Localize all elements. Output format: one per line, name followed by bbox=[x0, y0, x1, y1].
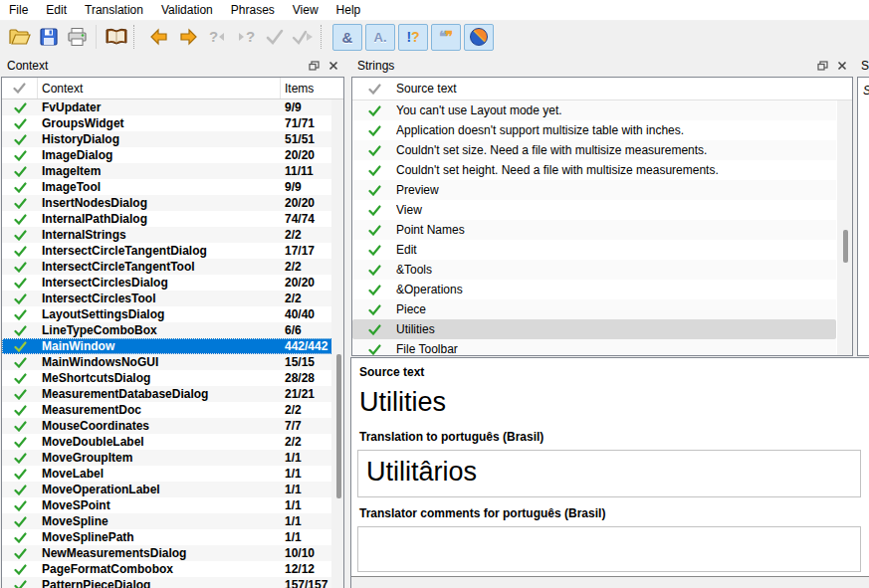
context-items-count: 71/71 bbox=[281, 115, 332, 131]
prev-button[interactable] bbox=[145, 24, 172, 51]
context-row[interactable]: ImageDialog 20/20 bbox=[2, 147, 332, 163]
toggle-guesses-button[interactable] bbox=[464, 24, 494, 51]
context-row[interactable]: LineTypeComboBox 6/6 bbox=[2, 322, 332, 338]
context-row[interactable]: MoveSPoint 1/1 bbox=[2, 497, 332, 513]
context-row[interactable]: IntersectCircleTangentTool 2/2 bbox=[2, 259, 332, 275]
done-and-next-button[interactable] bbox=[290, 24, 317, 51]
translator-comments-input[interactable] bbox=[357, 526, 861, 572]
question-icon: ? bbox=[411, 29, 420, 45]
context-row[interactable]: PatternPieceDialog 157/157 bbox=[2, 577, 332, 588]
context-row[interactable]: MoveOperationLabel 1/1 bbox=[2, 482, 332, 497]
strings-scrollbar-thumb[interactable] bbox=[843, 230, 848, 263]
next-unfinished-button[interactable]: ? bbox=[232, 24, 259, 51]
context-row[interactable]: MoveDoubleLabel 2/2 bbox=[2, 434, 332, 450]
printer-icon bbox=[67, 27, 88, 47]
string-row[interactable]: &Operations bbox=[352, 280, 836, 299]
menu-item[interactable]: Validation bbox=[152, 0, 222, 21]
context-row[interactable]: NewMeasurementsDialog 10/10 bbox=[2, 545, 332, 561]
string-row[interactable]: You can't use Layout mode yet. bbox=[352, 100, 836, 120]
items-column-header[interactable]: Items bbox=[281, 78, 343, 98]
next-button[interactable] bbox=[174, 24, 201, 51]
string-row[interactable]: Edit bbox=[352, 240, 836, 260]
save-button[interactable] bbox=[35, 24, 62, 51]
menu-item[interactable]: Help bbox=[327, 0, 370, 21]
string-row[interactable]: Preview bbox=[352, 180, 836, 200]
done-check-icon bbox=[2, 532, 38, 543]
string-row[interactable]: File Toolbar bbox=[352, 339, 836, 356]
context-row[interactable]: MoveGroupItem 1/1 bbox=[2, 450, 332, 466]
menu-item[interactable]: View bbox=[284, 0, 327, 21]
close-icon[interactable] bbox=[326, 59, 341, 73]
context-row[interactable]: FvUpdater 9/9 bbox=[2, 99, 332, 115]
context-row[interactable]: InternalPathDialog 74/74 bbox=[2, 211, 332, 227]
context-row[interactable]: GroupsWidget 71/71 bbox=[2, 115, 332, 131]
prev-unfinished-button[interactable]: ? bbox=[203, 24, 230, 51]
float-icon[interactable] bbox=[814, 59, 830, 73]
source-text-label: Source text bbox=[351, 358, 869, 379]
context-items-count: 20/20 bbox=[281, 275, 332, 291]
done-check-icon bbox=[2, 325, 38, 336]
done-column-header[interactable] bbox=[2, 78, 38, 98]
done-column-header[interactable] bbox=[352, 78, 396, 99]
string-row[interactable]: View bbox=[352, 200, 836, 220]
toggle-phrase-matches-button[interactable]: !? bbox=[398, 24, 428, 51]
string-row[interactable]: Point Names bbox=[352, 220, 836, 240]
string-row[interactable]: Application doesn't support multisize ta… bbox=[352, 120, 836, 140]
float-icon[interactable] bbox=[306, 59, 322, 73]
menu-item[interactable]: Translation bbox=[76, 0, 152, 21]
string-row[interactable]: Couldn't set height. Need a file with mu… bbox=[352, 160, 836, 180]
context-row[interactable]: InsertNodesDialog 20/20 bbox=[2, 195, 332, 211]
menu-item[interactable]: Phrases bbox=[222, 0, 284, 21]
context-items-count: 1/1 bbox=[281, 497, 332, 513]
string-row[interactable]: Couldn't set size. Need a file with mult… bbox=[352, 140, 836, 160]
context-row[interactable]: MoveSpline 1/1 bbox=[2, 513, 332, 529]
context-row[interactable]: IntersectCirclesDialog 20/20 bbox=[2, 275, 332, 291]
done-check-icon bbox=[352, 245, 396, 256]
context-row[interactable]: ImageTool 9/9 bbox=[2, 179, 332, 195]
done-check-icon bbox=[2, 421, 38, 432]
toggle-ending-punctuation-button[interactable]: A. bbox=[365, 24, 395, 51]
strings-dock-titlebar: Strings bbox=[350, 55, 854, 76]
context-row[interactable]: ImageItem 11/11 bbox=[2, 163, 332, 179]
open-phrasebook-button[interactable] bbox=[103, 24, 129, 51]
context-row[interactable]: IntersectCircleTangentDialog 17/17 bbox=[2, 243, 332, 259]
context-row[interactable]: MoveSplinePath 1/1 bbox=[2, 529, 332, 545]
context-scrollbar[interactable] bbox=[331, 99, 344, 588]
context-row[interactable]: MeasurementDatabaseDialog 21/21 bbox=[2, 386, 332, 402]
context-row[interactable]: MoveLabel 1/1 bbox=[2, 466, 332, 482]
close-icon[interactable] bbox=[834, 59, 850, 73]
arrow-left-icon bbox=[149, 27, 169, 47]
strings-scrollbar[interactable] bbox=[837, 100, 853, 356]
context-row[interactable]: HistoryDialog 51/51 bbox=[2, 131, 332, 147]
context-row[interactable]: MouseCoordinates 7/7 bbox=[2, 418, 332, 434]
context-row[interactable]: MeShortcutsDialog 28/28 bbox=[2, 370, 332, 386]
context-row[interactable]: LayoutSettingsDialog 40/40 bbox=[2, 306, 332, 322]
context-row[interactable]: MainWindowsNoGUI 15/15 bbox=[2, 354, 332, 370]
context-items-count: 1/1 bbox=[281, 482, 332, 497]
open-file-button[interactable] bbox=[6, 24, 33, 51]
context-row[interactable]: MeasurementDoc 2/2 bbox=[2, 402, 332, 418]
translation-input[interactable]: Utilitârios bbox=[357, 450, 861, 497]
done-check-icon bbox=[2, 134, 38, 145]
translator-comments-label: Translator comments for português (Brasi… bbox=[351, 497, 869, 520]
string-row[interactable]: Piece bbox=[352, 299, 836, 319]
toggle-accelerators-button[interactable]: & bbox=[332, 24, 362, 51]
source-text-column-header[interactable]: Source text bbox=[396, 78, 852, 99]
context-row[interactable]: PageFormatCombobox 12/12 bbox=[2, 561, 332, 577]
context-row[interactable]: InternalStrings 2/2 bbox=[2, 227, 332, 243]
menu-item[interactable]: Edit bbox=[37, 0, 76, 21]
context-scrollbar-thumb[interactable] bbox=[336, 354, 341, 498]
context-row[interactable]: IntersectCirclesTool 2/2 bbox=[2, 291, 332, 306]
done-button[interactable] bbox=[261, 24, 288, 51]
done-check-icon bbox=[2, 309, 38, 320]
source-string: File Toolbar bbox=[396, 339, 836, 356]
toggle-place-markers-button[interactable]: ❝❞ bbox=[431, 24, 461, 51]
string-row[interactable]: &Tools bbox=[352, 260, 836, 280]
menu-item[interactable]: File bbox=[0, 0, 37, 21]
done-check-icon bbox=[2, 516, 38, 527]
context-items-count: 9/9 bbox=[281, 99, 332, 115]
string-row[interactable]: Utilities bbox=[352, 319, 836, 339]
context-column-header[interactable]: Context bbox=[38, 78, 281, 98]
print-button[interactable] bbox=[64, 24, 91, 51]
context-row[interactable]: MainWindow 442/442 bbox=[2, 338, 332, 354]
